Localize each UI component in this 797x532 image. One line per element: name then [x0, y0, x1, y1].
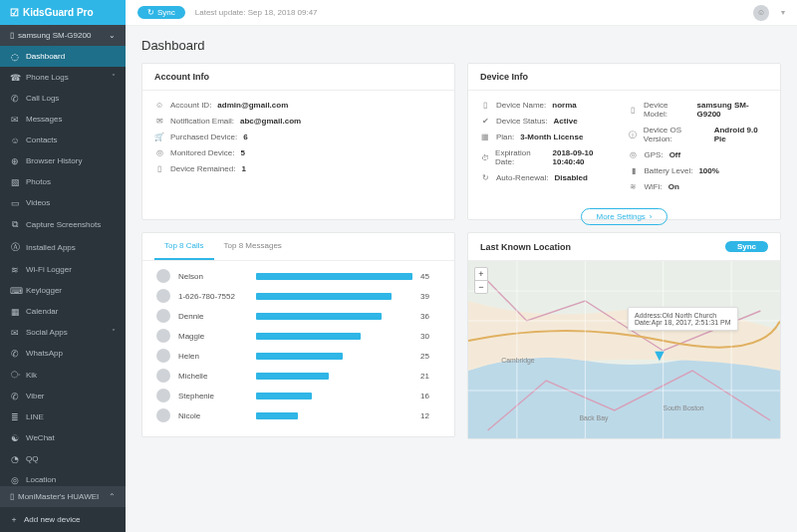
location-card: Last Known Location Sync: [467, 232, 781, 439]
info-value: On: [668, 182, 679, 191]
sidebar-item-viber[interactable]: ✆Viber: [0, 386, 126, 406]
chevron-down-icon[interactable]: ▾: [781, 8, 785, 17]
sidebar-item-location[interactable]: ◎Location: [0, 469, 126, 486]
more-settings-button[interactable]: More Settings ›: [581, 208, 666, 225]
avatar: [156, 389, 170, 402]
nav-icon: ⧃: [10, 370, 20, 381]
nav-label: Installed Apps: [26, 243, 76, 252]
sidebar-item-photos[interactable]: ▧Photos: [0, 171, 126, 192]
info-value: 2018-09-10 10:40:40: [553, 148, 621, 166]
tooltip-date: Date:Apr 18, 2017, 2:51:31 PM: [635, 319, 731, 326]
info-value: Disabled: [554, 173, 587, 182]
bar-track: [256, 373, 412, 380]
call-value: 25: [420, 352, 440, 361]
avatar: [156, 309, 170, 323]
avatar: [156, 269, 170, 283]
plus-icon: ＋: [10, 514, 18, 525]
call-value: 45: [420, 272, 440, 281]
call-row: Stephenie16: [156, 389, 440, 402]
sidebar-item-videos[interactable]: ▭Videos: [0, 192, 126, 213]
device-info-card: Device Info ▯Device Name: norma✔Device S…: [467, 63, 781, 220]
info-row: ▯Device Name: norma: [480, 101, 621, 110]
more-settings-label: More Settings: [596, 212, 645, 221]
sidebar-item-whatsapp[interactable]: ✆WhatsApp: [0, 343, 126, 364]
sidebar-item-call-logs[interactable]: ✆Call Logs: [0, 88, 126, 109]
info-key: Device OS Version:: [644, 126, 708, 143]
info-row: 🛒Purchased Device: 6: [154, 133, 442, 141]
info-icon: 🛒: [154, 133, 164, 141]
avatar: [156, 349, 170, 363]
nav-icon: ✆: [10, 392, 20, 401]
info-key: Device Remained:: [170, 164, 235, 173]
sidebar-item-phone-logs[interactable]: ☎Phone Logs˅: [0, 67, 126, 88]
info-icon: ≋: [629, 182, 639, 191]
tab-messages[interactable]: Top 8 Messages: [214, 233, 292, 260]
zoom-out-button[interactable]: −: [475, 281, 487, 293]
footer-device[interactable]: ▯MoniMaster's HUAWEI ⌃: [0, 486, 126, 507]
bar-track: [256, 313, 412, 320]
call-row: 1-626-780-755239: [156, 289, 440, 303]
call-value: 21: [420, 372, 440, 381]
card-title: Last Known Location: [480, 242, 571, 252]
brand-text: KidsGuard Pro: [23, 7, 94, 18]
sidebar-item-social-apps[interactable]: ✉Social Apps˅: [0, 322, 126, 343]
add-device-button[interactable]: ＋ Add new device: [0, 507, 126, 532]
sidebar-item-calendar[interactable]: ▦Calendar: [0, 301, 126, 322]
nav-label: Wi-Fi Logger: [26, 265, 72, 274]
sidebar-item-kik[interactable]: ⧃Kik: [0, 364, 126, 386]
info-key: Monitored Device:: [170, 148, 234, 157]
sidebar-item-dashboard[interactable]: ◌Dashboard: [0, 46, 126, 67]
top-calls-card: Top 8 Calls Top 8 Messages Nelson451-626…: [141, 232, 455, 437]
chevron-right-icon: ›: [650, 212, 653, 221]
bar-track: [256, 293, 412, 300]
info-icon: ▯: [480, 101, 490, 110]
tab-calls[interactable]: Top 8 Calls: [154, 233, 214, 260]
sidebar-item-line[interactable]: ≣LINE: [0, 406, 126, 427]
card-title: Account Info: [154, 72, 209, 82]
tabs: Top 8 Calls Top 8 Messages: [142, 233, 454, 261]
sidebar-item-messages[interactable]: ✉Messages: [0, 109, 126, 130]
last-update-text: Latest update: Sep 18, 2018 09:47: [195, 8, 318, 17]
info-icon: ▦: [480, 133, 490, 141]
info-icon: ◎: [154, 148, 164, 157]
info-value: norma: [552, 101, 576, 110]
info-value: Off: [669, 150, 681, 159]
sidebar-item-qq[interactable]: ◔QQ: [0, 448, 126, 469]
add-device-label: Add new device: [24, 515, 80, 524]
map-zoom: + −: [474, 267, 488, 294]
sidebar-item-keylogger[interactable]: ⌨Keylogger: [0, 280, 126, 301]
sidebar-item-installed-apps[interactable]: ⒶInstalled Apps: [0, 235, 126, 259]
nav-icon: ⌨: [10, 286, 20, 296]
sidebar-item-wi-fi-logger[interactable]: ≋Wi-Fi Logger: [0, 259, 126, 280]
nav-icon: ▦: [10, 307, 20, 317]
bar-fill: [256, 373, 329, 380]
info-row: ≋WiFi: On: [629, 182, 769, 191]
info-value: samsung SM-G9200: [697, 101, 768, 119]
info-row: ▯Device Model: samsung SM-G9200: [629, 101, 769, 119]
sidebar-item-browser-history[interactable]: ⊕Browser History: [0, 150, 126, 171]
map[interactable]: Cambridge South Boston Back Bay: [468, 261, 780, 438]
nav-label: Contacts: [26, 135, 58, 144]
sidebar-item-contacts[interactable]: ☺Contacts: [0, 130, 126, 150]
info-key: Battery Level:: [645, 166, 693, 175]
call-name: Maggie: [178, 332, 248, 341]
info-row: ↻Auto-Renewal: Disabled: [480, 173, 621, 182]
location-sync-button[interactable]: Sync: [725, 241, 768, 252]
sync-icon: ↻: [147, 8, 154, 17]
call-row: Michelle21: [156, 369, 440, 383]
zoom-in-button[interactable]: +: [475, 268, 487, 281]
info-icon: ✉: [154, 117, 164, 126]
sidebar-item-wechat[interactable]: ☯WeChat: [0, 427, 126, 448]
call-name: Nelson: [178, 272, 248, 281]
info-value: 3-Month License: [520, 133, 583, 141]
sync-button[interactable]: ↻ Sync: [137, 6, 185, 19]
sync-button-label: Sync: [157, 8, 175, 17]
user-avatar[interactable]: ☺: [753, 5, 769, 21]
nav-label: WeChat: [26, 433, 55, 442]
sidebar-item-capture-screenshots[interactable]: ⧉Capture Screenshots: [0, 213, 126, 235]
device-selector[interactable]: ▯samsung SM-G9200 ⌄: [0, 25, 126, 46]
nav-label: WhatsApp: [26, 349, 63, 358]
info-icon: ☺: [154, 101, 164, 110]
info-key: GPS:: [645, 150, 664, 159]
info-key: Device Name:: [496, 101, 546, 110]
